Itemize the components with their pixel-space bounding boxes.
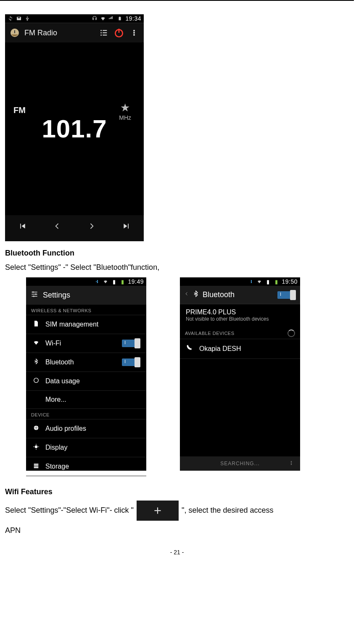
- signal-icon: ▮: [265, 279, 271, 285]
- wifi-text-post: ", select the desired access: [182, 506, 274, 514]
- bluetooth-screenshot: ▮ ▮ 19:50 Bluetooth I PRIME4.0 PLUS Not …: [180, 277, 300, 471]
- status-bar: 19:34: [5, 14, 144, 23]
- more-item[interactable]: More...: [26, 391, 146, 409]
- svg-point-16: [32, 291, 34, 293]
- bluetooth-item[interactable]: Bluetooth I: [26, 353, 146, 372]
- svg-rect-5: [103, 32, 107, 33]
- usb-icon: [24, 16, 30, 21]
- device-visibility-label: Not visible to other Bluetooth devices: [186, 316, 294, 322]
- fm-frequency: 101.7: [42, 114, 107, 143]
- svg-point-2: [100, 30, 102, 31]
- heading-bluetooth: Bluetooth Function: [5, 249, 349, 258]
- svg-rect-10: [133, 30, 135, 31]
- data-usage-item[interactable]: Data usage: [26, 372, 146, 391]
- signal-icon: [108, 16, 114, 21]
- wifi-icon: [32, 339, 40, 348]
- svg-rect-30: [291, 462, 292, 463]
- bluetooth-header: Bluetooth I: [180, 286, 300, 304]
- svg-point-6: [100, 34, 102, 36]
- svg-rect-12: [133, 34, 135, 35]
- svg-rect-27: [34, 465, 39, 466]
- fm-app-title: FM Radio: [24, 29, 94, 37]
- paragraph-bluetooth: Select "Settings" -" Select "Bluetooth"f…: [5, 262, 349, 273]
- fm-app-header: FM Radio: [5, 23, 144, 42]
- power-icon[interactable]: [113, 27, 124, 38]
- settings-header: Settings: [26, 286, 146, 305]
- settings-icon: [30, 290, 39, 300]
- section-label-text: AVAILABLE DEVICES: [185, 331, 288, 336]
- svg-point-4: [100, 32, 102, 34]
- add-network-button[interactable]: [137, 501, 179, 521]
- battery-icon: ▮: [119, 279, 125, 285]
- clock-text: 19:49: [128, 278, 144, 285]
- list-icon[interactable]: [98, 27, 109, 38]
- battery-icon: [117, 16, 123, 21]
- favorite-button[interactable]: ★ MHz: [119, 101, 131, 121]
- apn-line: APN: [5, 525, 349, 536]
- svg-rect-1: [14, 30, 15, 33]
- list-item-label: Display: [45, 444, 140, 451]
- loading-spinner-icon: [288, 329, 295, 337]
- fm-display: FM 101.7 ★ MHz: [5, 42, 144, 215]
- svg-rect-31: [291, 464, 292, 465]
- status-bar: ▮ ▮ 19:49: [26, 277, 146, 286]
- storage-item[interactable]: Storage: [26, 457, 146, 476]
- list-item-label: Storage: [45, 463, 140, 470]
- svg-point-19: [34, 378, 39, 383]
- mail-icon: [16, 16, 22, 21]
- svg-rect-28: [34, 467, 39, 468]
- bluetooth-status-icon: [248, 279, 254, 285]
- seek-last-button[interactable]: [122, 222, 131, 233]
- phone-device-icon: [186, 344, 194, 353]
- seek-next-button[interactable]: [87, 222, 96, 233]
- star-icon: ★: [119, 101, 131, 114]
- sim-management-item[interactable]: SIM management: [26, 315, 146, 334]
- svg-rect-3: [103, 30, 107, 31]
- section-label-device: DEVICE: [26, 409, 146, 419]
- battery-icon: ▮: [273, 279, 279, 285]
- found-device-label: Okapia DESH: [199, 345, 294, 353]
- bluetooth-icon: [193, 290, 199, 300]
- svg-rect-11: [133, 32, 135, 33]
- searching-label: SEARCHING...: [220, 461, 259, 466]
- menu-overflow-icon[interactable]: [129, 27, 140, 38]
- wifi-icon: [256, 279, 262, 285]
- back-icon[interactable]: [184, 290, 189, 299]
- seek-first-button[interactable]: [18, 222, 26, 233]
- settings-title: Settings: [43, 291, 70, 300]
- headphones-icon: [92, 16, 98, 21]
- data-usage-icon: [32, 377, 40, 385]
- settings-screenshot: ▮ ▮ 19:49 Settings WIRELESS & NETWORKS S…: [26, 277, 146, 471]
- svg-rect-29: [291, 461, 292, 462]
- svg-rect-7: [103, 35, 107, 36]
- device-name-label: PRIME4.0 PLUS: [186, 308, 294, 316]
- page-number: - 21 -: [5, 549, 349, 556]
- status-bar: ▮ ▮ 19:50: [180, 277, 300, 286]
- found-device-item[interactable]: Okapia DESH: [180, 339, 300, 359]
- list-item-label: More...: [45, 396, 140, 403]
- seek-prev-button[interactable]: [53, 222, 61, 233]
- wifi-item[interactable]: Wi-Fi I: [26, 334, 146, 353]
- bluetooth-footer: SEARCHING...: [180, 456, 300, 471]
- clock-text: 19:34: [125, 15, 141, 22]
- list-item-label: Data usage: [45, 377, 140, 385]
- bluetooth-toggle[interactable]: I: [277, 291, 296, 299]
- own-device-item[interactable]: PRIME4.0 PLUS Not visible to other Bluet…: [180, 304, 300, 326]
- fm-app-icon: [9, 27, 20, 38]
- fm-band-label: FM: [13, 105, 26, 115]
- menu-overflow-icon[interactable]: [288, 460, 294, 468]
- list-item-label: Audio profiles: [45, 425, 140, 432]
- wifi-icon: [100, 16, 106, 21]
- display-item[interactable]: Display: [26, 438, 146, 457]
- wifi-text-pre: Select "Settings"-"Select Wi-Fi"- click …: [5, 506, 134, 514]
- fm-radio-screenshot: 19:34 FM Radio FM 101.7 ★ MHz: [5, 14, 144, 241]
- bluetooth-title: Bluetooth: [203, 290, 274, 299]
- wifi-toggle[interactable]: I: [122, 340, 140, 347]
- clock-text: 19:50: [282, 278, 298, 285]
- audio-profiles-item[interactable]: Audio profiles: [26, 419, 146, 438]
- section-label-wireless: WIRELESS & NETWORKS: [26, 305, 146, 315]
- bluetooth-toggle[interactable]: I: [122, 358, 140, 366]
- document-page: 19:34 FM Radio FM 101.7 ★ MHz: [0, 0, 354, 564]
- sim-icon: [32, 320, 40, 329]
- audio-icon: [32, 424, 40, 433]
